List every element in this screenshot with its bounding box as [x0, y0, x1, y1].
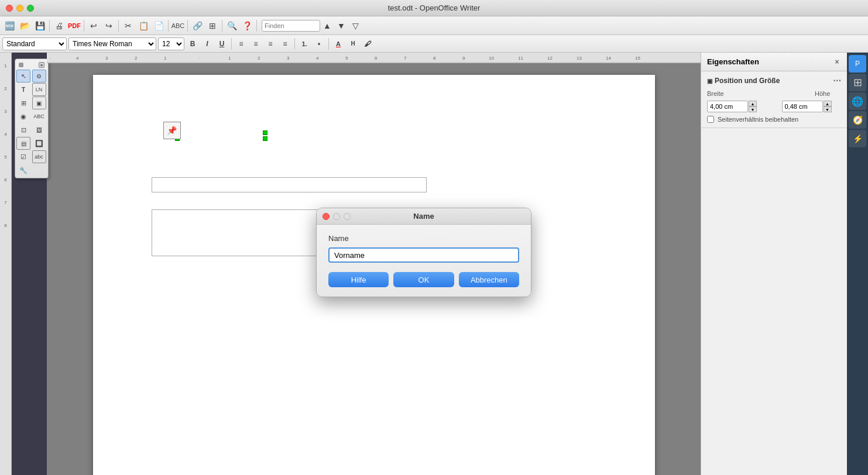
- search-area: ▲ ▼ ▽: [262, 19, 362, 33]
- height-increase-button[interactable]: ▲: [824, 101, 832, 106]
- sidebar-properties-button[interactable]: P: [849, 55, 866, 73]
- arrow-tool[interactable]: ↖: [16, 70, 30, 82]
- dialog-close-button[interactable]: [323, 213, 330, 220]
- redo-button[interactable]: ↪: [102, 19, 116, 33]
- print-button[interactable]: 🖨: [52, 19, 66, 33]
- selection-handle[interactable]: [263, 136, 267, 141]
- width-label: Breite: [707, 90, 733, 97]
- align-left-button[interactable]: ≡: [235, 37, 248, 50]
- save-button[interactable]: 💾: [33, 19, 47, 33]
- list-unordered-button[interactable]: •: [313, 37, 325, 50]
- height-decrease-button[interactable]: ▼: [824, 106, 832, 112]
- separator: [49, 20, 50, 32]
- traffic-lights: [6, 5, 34, 12]
- copy-button[interactable]: 📋: [136, 19, 150, 33]
- font-select[interactable]: Times New Roman: [68, 37, 156, 50]
- table-insert-tool[interactable]: ⊞: [16, 97, 30, 109]
- search-next-button[interactable]: ▼: [334, 19, 348, 33]
- imageframe-tool[interactable]: ▤: [16, 137, 30, 150]
- separator: [222, 20, 222, 32]
- ok-button[interactable]: OK: [393, 272, 454, 287]
- width-increase-button[interactable]: ▲: [749, 101, 757, 106]
- cut-button[interactable]: ✂: [121, 19, 135, 33]
- width-decrease-button[interactable]: ▼: [749, 106, 757, 112]
- aspect-ratio-checkbox[interactable]: [707, 116, 714, 123]
- font-size-select[interactable]: 12: [158, 37, 184, 50]
- svg-text:12: 12: [547, 56, 553, 61]
- hyperlink-button[interactable]: 🔗: [190, 19, 204, 33]
- properties-tool[interactable]: ⚙: [32, 70, 46, 82]
- vertical-ruler: 1 2 3 4 5 6 7 8: [0, 53, 12, 475]
- image-tool[interactable]: 🖼: [32, 123, 46, 136]
- properties-panel-close[interactable]: ×: [833, 58, 841, 66]
- svg-text:1: 1: [164, 56, 167, 61]
- maximize-button[interactable]: [27, 5, 34, 12]
- width-input-group: ▲ ▼: [707, 101, 767, 112]
- pushpin-element: 📌: [163, 122, 181, 139]
- paste-button[interactable]: 📄: [152, 19, 166, 33]
- minimize-button[interactable]: [16, 5, 23, 12]
- text-tool[interactable]: T: [16, 83, 30, 96]
- search-input[interactable]: [262, 20, 320, 32]
- undo-button[interactable]: ↩: [87, 19, 101, 33]
- radio-tool[interactable]: ◉: [16, 110, 30, 123]
- select-tool[interactable]: ⊡: [16, 123, 30, 136]
- table-button[interactable]: ⊞: [205, 19, 219, 33]
- section-header: ▣ Position und Größe ⋯: [707, 76, 841, 85]
- italic-button[interactable]: I: [201, 37, 214, 50]
- height-input[interactable]: [782, 101, 823, 112]
- find-button[interactable]: 🔍: [225, 19, 239, 33]
- svg-text:4: 4: [316, 56, 319, 61]
- more-options-button[interactable]: ⋯: [833, 76, 841, 85]
- style-select[interactable]: Standard: [2, 37, 67, 50]
- line-number-tool[interactable]: LN: [32, 83, 46, 96]
- export-pdf-button[interactable]: PDF: [67, 19, 81, 33]
- dialog-name-input[interactable]: [328, 247, 519, 263]
- hilfe-button[interactable]: Hilfe: [328, 272, 389, 287]
- sidebar-navigator-button[interactable]: 🧭: [849, 111, 866, 129]
- open-button[interactable]: 📂: [18, 19, 32, 33]
- search-options-button[interactable]: ▽: [348, 19, 362, 33]
- bold-button[interactable]: B: [186, 37, 199, 50]
- sidebar-styles-button[interactable]: ⊞: [849, 74, 866, 91]
- underline-button[interactable]: U: [215, 37, 228, 50]
- sidebar-function-button[interactable]: ⚡: [849, 130, 866, 147]
- width-input[interactable]: [707, 101, 748, 112]
- selected-element[interactable]: 📌: [175, 128, 351, 145]
- textfield-tool[interactable]: abc: [32, 150, 46, 163]
- character-shading-button[interactable]: 🖌: [361, 37, 374, 50]
- drag-handle[interactable]: [19, 63, 23, 67]
- dialog-minimize-button[interactable]: [333, 213, 340, 220]
- objectframe-tool[interactable]: 🔲: [32, 137, 46, 150]
- frame-tool[interactable]: ▣: [32, 97, 46, 109]
- section-title: Position und Größe: [715, 77, 780, 85]
- checkbox-tool[interactable]: ☑: [16, 150, 30, 163]
- align-right-button[interactable]: ≡: [264, 37, 277, 50]
- collapse-icon[interactable]: ▣: [707, 78, 712, 84]
- abbrechen-button[interactable]: Abbrechen: [459, 272, 519, 287]
- align-center-button[interactable]: ≡: [249, 37, 262, 50]
- height-stepper: ▲ ▼: [824, 101, 832, 112]
- align-justify-button[interactable]: ≡: [279, 37, 291, 50]
- list-ordered-button[interactable]: 1.: [298, 37, 311, 50]
- dialog-maximize-button[interactable]: [344, 213, 351, 220]
- spellcheck-button[interactable]: ABC: [171, 19, 185, 33]
- aspect-ratio-label: Seitenverhältnis beibehalten: [718, 116, 798, 123]
- toolbar-close-button[interactable]: ×: [39, 62, 44, 68]
- horizontal-ruler-container: · 4 3 2 1 · 1 2 3 4 5 6 7: [47, 53, 701, 63]
- properties-panel-title: Eigenschaften: [707, 57, 759, 66]
- text-field-element[interactable]: [152, 177, 427, 192]
- sidebar-gallery-button[interactable]: 🌐: [849, 92, 866, 110]
- close-button[interactable]: [6, 5, 13, 12]
- font-color-button[interactable]: A: [332, 37, 345, 50]
- properties-panel: Eigenschaften × ▣ Position und Größe ⋯ B…: [701, 53, 847, 475]
- selection-handle[interactable]: [263, 130, 267, 135]
- highlight-button[interactable]: H: [346, 37, 359, 50]
- properties-panel-header: Eigenschaften ×: [701, 53, 847, 71]
- new-button[interactable]: 🆕: [2, 19, 16, 33]
- help-button[interactable]: ❓: [240, 19, 254, 33]
- wrench-tool[interactable]: 🔧: [16, 164, 30, 177]
- search-prev-button[interactable]: ▲: [320, 19, 334, 33]
- title-bar: test.odt - OpenOffice Writer: [0, 0, 868, 16]
- textframe-tool[interactable]: ABC: [32, 110, 46, 123]
